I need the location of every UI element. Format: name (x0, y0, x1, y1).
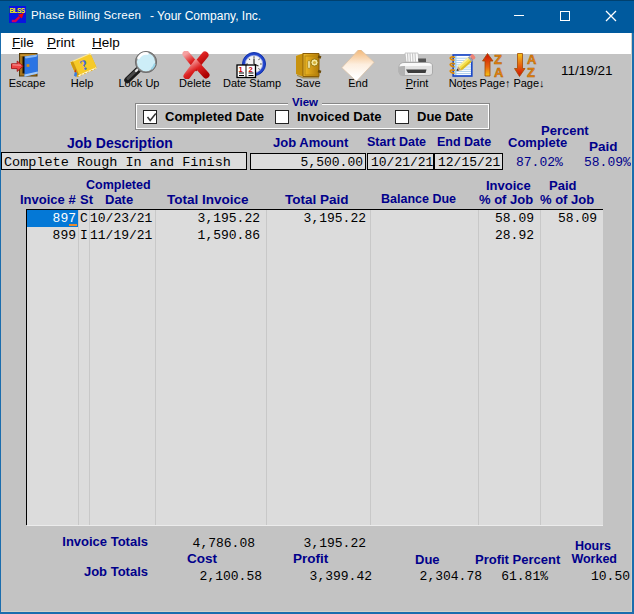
svg-text:Z: Z (527, 65, 535, 79)
svg-text:1: 1 (239, 65, 243, 74)
svg-text:A: A (494, 65, 504, 79)
svg-text:2: 2 (249, 65, 253, 74)
svg-text:BLSS: BLSS (10, 7, 26, 14)
